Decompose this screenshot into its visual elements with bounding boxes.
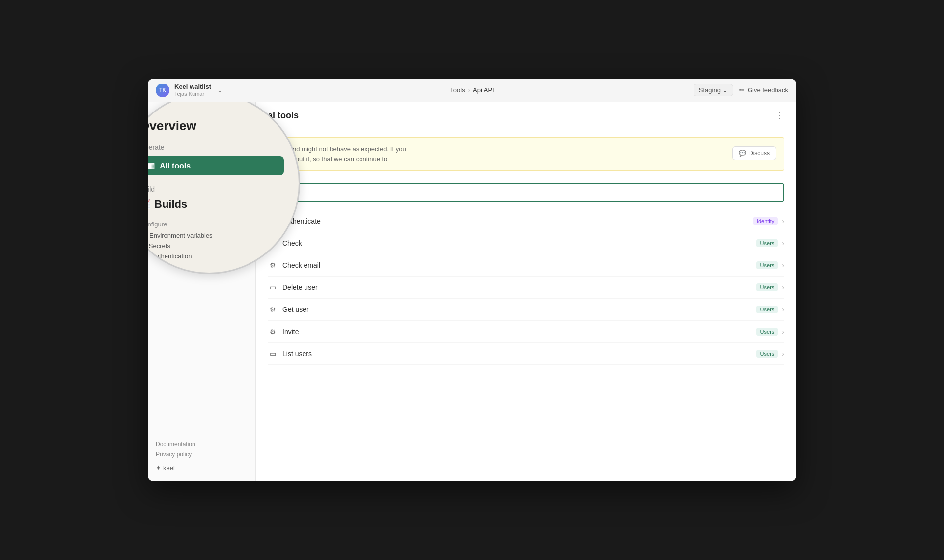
tool-right-check: Users › [756,239,784,247]
mag-operate-label: Operate [148,143,284,151]
tool-delete-user-icon: ▭ [268,282,278,292]
tool-delete-user-chevron: › [782,283,784,291]
tool-invite-icon: ⚙ [268,327,278,336]
privacy-policy-link[interactable]: Privacy policy [156,449,248,460]
titlebar: TK Keel waitlist Tejas Kumar ⌄ Tools › A… [148,79,796,102]
tool-left-list-users: ▭ List users [268,349,312,359]
tool-right-check-email: Users › [756,261,784,269]
project-chevron-icon[interactable]: ⌄ [217,87,222,94]
tool-left-delete-user: ▭ Delete user [268,282,318,292]
project-name: Keel waitlist [174,83,211,91]
avatar: TK [156,84,169,97]
warning-banner: ess and might not behave as expected. If… [268,137,784,171]
tool-delete-user-name: Delete user [282,283,318,291]
project-user: Tejas Kumar [174,91,211,97]
breadcrumb-tools[interactable]: Tools [450,86,465,94]
breadcrumb-separator: › [468,86,470,94]
mag-secrets-item[interactable]: ··· Secrets [148,242,284,250]
tool-delete-user-badge: Users [756,283,778,291]
mag-all-tools-label: All tools [160,162,191,170]
project-info: Keel waitlist Tejas Kumar [174,83,211,97]
feedback-button[interactable]: ✏ Give feedback [739,86,788,94]
content-area: al tools ⋮ ess and might not behave as e… [256,102,796,481]
mag-authentication-item[interactable]: 🔒 Authentication [148,252,284,260]
tool-right-delete-user: Users › [756,283,784,291]
titlebar-right: Staging ⌄ ✏ Give feedback [630,84,788,96]
mag-builds-item[interactable]: 📈 Builds [148,198,284,211]
tool-check-email-chevron: › [782,261,784,269]
mag-builds-icon: 📈 [148,199,150,210]
tool-get-user-name: Get user [282,306,309,313]
tool-right-list-users: Users › [756,350,784,358]
mag-all-tools-item[interactable]: ▦ All tools [148,156,284,175]
tool-row-delete-user[interactable]: ▭ Delete user Users › [268,277,784,299]
tool-check-email-badge: Users [756,261,778,269]
tool-row-get-user[interactable]: ⚙ Get user Users › [268,299,784,321]
mag-all-tools-icon: ▦ [148,161,155,170]
tool-left-get-user: ⚙ Get user [268,305,309,314]
discuss-label: Discuss [749,150,770,157]
sidebar: Overview Operate ▦ All tools Build 📈 Bui… [148,102,256,481]
staging-button[interactable]: Staging ⌄ [694,84,733,96]
mag-build-label: Build [148,185,284,193]
mag-env-vars-item[interactable]: ▭ Environment variables [148,232,284,239]
tool-invite-name: Invite [282,328,299,336]
magnifier-content: Overview Operate ▦ All tools Build 📈 Bui… [148,102,299,273]
tool-invite-chevron: › [782,328,784,336]
tool-list-users-icon: ▭ [268,349,278,359]
tool-row-list-users[interactable]: ▭ List users Users › [268,343,784,365]
tool-right-authenticate: Identity › [753,217,784,225]
mag-authentication-label: Authentication [151,252,192,260]
tool-authenticate-badge: Identity [753,217,778,225]
feedback-label: Give feedback [748,86,788,94]
documentation-link[interactable]: Documentation [156,439,248,450]
staging-label: Staging [699,86,721,94]
mag-env-vars-label: Environment variables [149,232,213,239]
tool-list-users-badge: Users [756,350,778,358]
discuss-icon: 💬 [739,150,746,157]
feedback-icon: ✏ [739,86,745,94]
warning-text: ess and might not behave as expected. If… [278,144,732,164]
sidebar-bottom: Documentation Privacy policy ✦ keel [148,433,255,477]
tool-get-user-chevron: › [782,306,784,313]
mag-overview-label: Overview [148,113,284,134]
tool-list-users-name: List users [282,350,312,358]
discuss-button[interactable]: 💬 Discuss [732,146,776,160]
tool-row-check[interactable]: ⚙ Check Users › [268,232,784,254]
tool-row-check-email[interactable]: ⚙ Check email Users › [268,254,784,277]
breadcrumb-api[interactable]: Api API [473,86,494,94]
tool-authenticate-chevron: › [782,217,784,225]
tool-get-user-icon: ⚙ [268,305,278,314]
warning-line-1: ess and might not behave as expected. If… [278,144,732,154]
tool-right-invite: Users › [756,328,784,336]
tools-section: ⚙ Authenticate Identity › ⚙ Check Users [256,206,796,369]
more-options-icon[interactable]: ⋮ [776,110,784,121]
tool-row-authenticate[interactable]: ⚙ Authenticate Identity › [268,210,784,232]
tool-right-get-user: Users › [756,306,784,313]
breadcrumb: Tools › Api API [314,86,630,94]
staging-chevron-icon: ⌄ [722,86,728,94]
keel-logo: ✦ keel [156,464,248,472]
warning-line-2: ear about it, so that we can continue to [278,154,732,164]
tool-get-user-badge: Users [756,306,778,313]
search-input[interactable] [268,183,784,202]
magnifier-overlay: Overview Operate ▦ All tools Build 📈 Bui… [148,102,300,274]
tool-check-chevron: › [782,239,784,247]
mag-secrets-label: Secrets [149,242,170,250]
tool-check-badge: Users [756,239,778,247]
keel-logo-label: keel [163,464,175,472]
mag-configure-label: Configure [148,221,284,228]
titlebar-left: TK Keel waitlist Tejas Kumar ⌄ [156,83,314,97]
main-layout: Overview Operate ▦ All tools Build 📈 Bui… [148,102,796,481]
keel-logo-icon: ✦ [156,464,161,472]
tool-list-users-chevron: › [782,350,784,358]
tool-left-invite: ⚙ Invite [268,327,299,336]
mag-config-items: ▭ Environment variables ··· Secrets 🔒 Au… [148,232,284,260]
tool-invite-badge: Users [756,328,778,336]
content-header: al tools ⋮ [256,102,796,129]
mag-builds-label: Builds [154,198,187,211]
tool-row-invite[interactable]: ⚙ Invite Users › [268,321,784,343]
